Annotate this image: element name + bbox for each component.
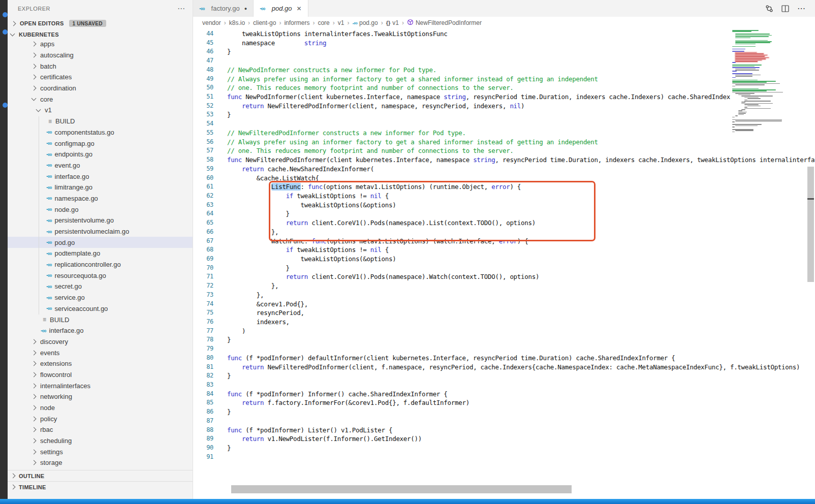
- unsaved-dot-icon[interactable]: ●: [244, 6, 247, 11]
- tree-item-namespace-go[interactable]: -∞namespace.go: [8, 193, 193, 204]
- code-line-47[interactable]: 47: [193, 56, 815, 66]
- code-line-76[interactable]: 76 indexers,: [193, 318, 815, 327]
- code-line-66[interactable]: 66 },: [193, 228, 815, 237]
- code-line-48[interactable]: 48// NewPodInformer constructs a new inf…: [193, 66, 815, 75]
- breadcrumb-item-core[interactable]: core: [318, 19, 329, 26]
- code-line-50[interactable]: 50// one. This reduces memory footprint …: [193, 83, 815, 92]
- tree-item-persistentvolumeclaim-go[interactable]: -∞persistentvolumeclaim.go: [8, 226, 193, 237]
- code-line-89[interactable]: 89 return v1.NewPodLister(f.Informer().G…: [193, 434, 815, 444]
- tree-item-node[interactable]: node: [8, 402, 193, 414]
- code-line-56[interactable]: 56// Always prefer using an informer fac…: [193, 138, 815, 147]
- tree-item-secret-go[interactable]: -∞secret.go: [8, 281, 193, 292]
- code-line-54[interactable]: 54: [193, 119, 815, 129]
- tree-item-core[interactable]: core: [8, 93, 193, 105]
- tree-item-v1[interactable]: v1: [8, 105, 193, 116]
- tree-item-interface-go[interactable]: -∞interface.go: [8, 171, 193, 182]
- tree-item-node-go[interactable]: -∞node.go: [8, 204, 193, 215]
- code-line-87[interactable]: 87: [193, 417, 815, 426]
- code-line-83[interactable]: 83: [193, 381, 815, 390]
- code-line-67[interactable]: 67 WatchFunc: func(options metav1.ListOp…: [193, 237, 815, 246]
- code-line-63[interactable]: 63 tweakListOptions(&options): [193, 201, 815, 210]
- code-line-46[interactable]: 46}: [193, 47, 815, 56]
- tree-item-networking[interactable]: networking: [8, 391, 193, 402]
- code-line-75[interactable]: 75 resyncPeriod,: [193, 308, 815, 318]
- code-line-51[interactable]: 51func NewPodInformer(client kubernetes.…: [193, 92, 815, 102]
- code-line-73[interactable]: 73 },: [193, 291, 815, 300]
- tree-item-persistentvolume-go[interactable]: -∞persistentvolume.go: [8, 215, 193, 226]
- code-line-45[interactable]: 45 namespace string: [193, 39, 815, 48]
- explorer-more-icon[interactable]: ⋯: [177, 4, 185, 13]
- breadcrumb-item-newfilteredpodinformer[interactable]: NewFilteredPodInformer: [407, 19, 482, 27]
- minimap[interactable]: [730, 28, 786, 125]
- split-editor-icon[interactable]: [781, 5, 789, 12]
- breadcrumb-item-informers[interactable]: informers: [284, 19, 309, 26]
- tree-item-podtemplate-go[interactable]: -∞podtemplate.go: [8, 248, 193, 259]
- code-line-55[interactable]: 55// NewFilteredPodInformer constructs a…: [193, 129, 815, 138]
- code-line-85[interactable]: 85 return f.factory.InformerFor(&corev1.…: [193, 398, 815, 407]
- code-line-70[interactable]: 70 }: [193, 264, 815, 273]
- code-line-61[interactable]: 61 ListFunc: func(options metav1.ListOpt…: [193, 182, 815, 192]
- tree-item-apps[interactable]: apps: [8, 39, 193, 50]
- breadcrumb-item-client-go[interactable]: client-go: [253, 19, 276, 26]
- tree-item-service-go[interactable]: -∞service.go: [8, 292, 193, 303]
- code-line-59[interactable]: 59 return cache.NewSharedIndexInformer(: [193, 165, 815, 174]
- code-line-90[interactable]: 90}: [193, 444, 815, 453]
- tree-item-settings[interactable]: settings: [8, 446, 193, 457]
- code-line-57[interactable]: 57// one. This reduces memory footprint …: [193, 146, 815, 155]
- breadcrumb-item-k8s-io[interactable]: k8s.io: [229, 19, 245, 26]
- code-line-65[interactable]: 65 return client.CoreV1().Pods(namespace…: [193, 218, 815, 228]
- code-line-88[interactable]: 88func (f *podInformer) Lister() v1.PodL…: [193, 426, 815, 435]
- tree-item-configmap-go[interactable]: -∞configmap.go: [8, 138, 193, 149]
- tree-item-limitrange-go[interactable]: -∞limitrange.go: [8, 182, 193, 193]
- vertical-scrollbar[interactable]: [807, 167, 814, 282]
- tree-item-rbac[interactable]: rbac: [8, 424, 193, 435]
- code-line-72[interactable]: 72 },: [193, 281, 815, 291]
- code-line-86[interactable]: 86}: [193, 407, 815, 417]
- code-line-69[interactable]: 69 tweakListOptions(&options): [193, 255, 815, 264]
- workspace-root-kubernetes[interactable]: KUBERNETES: [8, 29, 193, 40]
- code-line-68[interactable]: 68 if tweakListOptions != nil {: [193, 245, 815, 255]
- code-line-49[interactable]: 49// Always prefer using an informer fac…: [193, 75, 815, 84]
- code-editor[interactable]: 44 tweakListOptions internalinterfaces.T…: [193, 28, 815, 499]
- tree-item-batch[interactable]: batch: [8, 60, 193, 72]
- code-line-80[interactable]: 80func (f *podInformer) defaultInformer(…: [193, 354, 815, 363]
- tree-item-extensions[interactable]: extensions: [8, 358, 193, 369]
- tree-item-autoscaling[interactable]: autoscaling: [8, 50, 193, 61]
- tree-item-build[interactable]: ≡BUILD: [8, 314, 193, 325]
- code-line-78[interactable]: 78}: [193, 335, 815, 344]
- code-line-62[interactable]: 62 if tweakListOptions != nil {: [193, 192, 815, 201]
- breadcrumb-item-pod-go[interactable]: -∞pod.go: [352, 19, 378, 26]
- code-line-64[interactable]: 64 }: [193, 209, 815, 218]
- breadcrumb-item-v1[interactable]: v1: [338, 19, 344, 26]
- tab-factory-go[interactable]: -∞ factory.go ●: [193, 0, 254, 17]
- code-line-84[interactable]: 84func (f *podInformer) Informer() cache…: [193, 390, 815, 399]
- activity-bar-icon[interactable]: [3, 103, 8, 108]
- tree-item-serviceaccount-go[interactable]: -∞serviceaccount.go: [8, 303, 193, 314]
- tree-item-policy[interactable]: policy: [8, 413, 193, 424]
- code-line-52[interactable]: 52 return NewFilteredPodInformer(client,…: [193, 102, 815, 111]
- code-line-74[interactable]: 74 &corev1.Pod{},: [193, 300, 815, 309]
- breadcrumb-item-vendor[interactable]: vendor: [202, 19, 221, 26]
- tree-item-scheduling[interactable]: scheduling: [8, 435, 193, 447]
- tree-item-build[interactable]: ≡BUILD: [8, 116, 193, 127]
- activity-bar-icon[interactable]: [3, 29, 8, 35]
- code-line-91[interactable]: 91: [193, 453, 815, 462]
- tree-item-flowcontrol[interactable]: flowcontrol: [8, 369, 193, 381]
- tree-item-events[interactable]: events: [8, 347, 193, 358]
- close-icon[interactable]: ✕: [296, 5, 301, 12]
- code-line-82[interactable]: 82}: [193, 371, 815, 381]
- tree-item-componentstatus-go[interactable]: -∞componentstatus.go: [8, 127, 193, 138]
- breadcrumb-item-v1[interactable]: {}v1: [386, 19, 399, 26]
- tree-item-pod-go[interactable]: -∞pod.go: [8, 237, 193, 248]
- tree-item-replicationcontroller-go[interactable]: -∞replicationcontroller.go: [8, 259, 193, 270]
- tree-item-interface-go[interactable]: -∞interface.go: [8, 325, 193, 336]
- tree-item-certificates[interactable]: certificates: [8, 72, 193, 83]
- tree-item-storage[interactable]: storage: [8, 457, 193, 468]
- horizontal-scrollbar[interactable]: [231, 485, 572, 493]
- tree-item-endpoints-go[interactable]: -∞endpoints.go: [8, 149, 193, 160]
- code-line-58[interactable]: 58func NewFilteredPodInformer(client kub…: [193, 155, 815, 165]
- timeline-section[interactable]: TIMELINE: [8, 481, 193, 492]
- outline-section[interactable]: OUTLINE: [8, 470, 193, 481]
- tree-item-resourcequota-go[interactable]: -∞resourcequota.go: [8, 270, 193, 281]
- activity-bar[interactable]: [0, 0, 8, 499]
